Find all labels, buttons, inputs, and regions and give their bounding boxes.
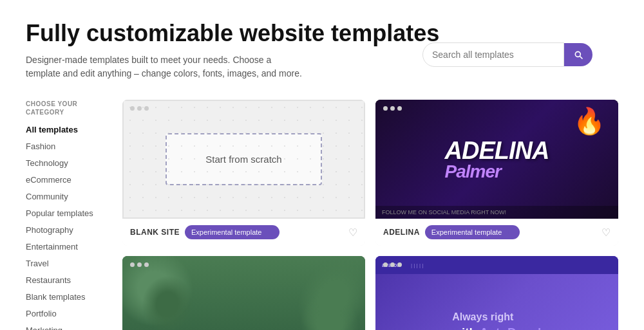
flame-decoration: 🔥	[573, 106, 605, 136]
dot-1	[130, 106, 135, 111]
sidebar-item-photography[interactable]: Photography	[26, 225, 103, 235]
adelina-name-bot: Palmer	[445, 163, 549, 181]
marcia-preview: Marcia Cocco	[122, 256, 365, 330]
adelina-name-top: ADELINA	[445, 138, 549, 163]
window-dots-autodose	[383, 262, 402, 267]
dot-a1	[383, 106, 388, 111]
sidebar-item-popular[interactable]: Popular templates	[26, 208, 103, 218]
dot-d2	[390, 262, 395, 267]
card-footer-blank: BLANK SITE Experimental template i ♡	[122, 219, 365, 246]
badge-label-adelina: Experimental template	[431, 228, 502, 236]
sidebar-item-technology[interactable]: Technology	[26, 158, 103, 168]
sidebar-link-travel[interactable]: Travel	[26, 259, 49, 268]
dot-d1	[383, 262, 388, 267]
sidebar-item-all[interactable]: All templates	[26, 124, 103, 134]
badge-label-blank: Experimental template	[191, 228, 261, 236]
sidebar-link-entertainment[interactable]: Entertainment	[26, 242, 78, 252]
blank-site-preview: Start from scratch	[122, 100, 365, 219]
sidebar-item-restaurants[interactable]: Restaurants	[26, 275, 103, 285]
templates-grid: Start from scratch BLANK SITE Experiment…	[122, 100, 618, 330]
sidebar-link-community[interactable]: Community	[26, 192, 68, 201]
experimental-badge-adelina[interactable]: Experimental template i	[425, 225, 520, 239]
page-subtitle: Designer-made templates built to meet yo…	[26, 53, 303, 80]
dot-m3	[144, 262, 149, 267]
autodose-text: Always right with AutoDose!	[442, 298, 551, 330]
badge-info-icon-blank: i	[264, 228, 273, 237]
sidebar-item-ecommerce[interactable]: eCommerce	[26, 174, 103, 185]
sidebar-item-blank[interactable]: Blank templates	[26, 291, 103, 302]
card-image-marcia[interactable]: Marcia Cocco	[122, 256, 365, 330]
sidebar-link-photography[interactable]: Photography	[26, 225, 73, 235]
window-dots-adelina	[383, 106, 402, 111]
favorite-button-adelina[interactable]: ♡	[601, 226, 611, 239]
sidebar-link-portfolio[interactable]: Portfolio	[26, 309, 57, 318]
dot-d3	[397, 262, 402, 267]
window-dots-marcia	[130, 262, 149, 267]
experimental-badge-blank[interactable]: Experimental template i	[185, 225, 279, 239]
dot-a2	[390, 106, 395, 111]
sidebar-link-technology[interactable]: Technology	[26, 158, 68, 168]
sidebar-link-ecommerce[interactable]: eCommerce	[26, 175, 71, 185]
adelina-preview: 🔥 ADELINA Palmer FOLLOW ME ON SOCIAL MED…	[375, 100, 618, 219]
sidebar-item-fashion[interactable]: Fashion	[26, 141, 103, 151]
search-input[interactable]	[422, 42, 564, 67]
favorite-button-blank[interactable]: ♡	[348, 226, 357, 239]
sidebar-link-marketing[interactable]: Marketing	[26, 325, 62, 330]
sidebar-link-blank[interactable]: Blank templates	[26, 292, 86, 302]
dot-m1	[130, 262, 135, 267]
search-icon	[573, 50, 583, 60]
search-bar	[422, 42, 592, 67]
sidebar-item-travel[interactable]: Travel	[26, 258, 103, 268]
card-footer-adelina: ADELINA Experimental template i ♡	[375, 219, 618, 246]
autodose-brand: AutoDose!	[480, 325, 542, 330]
sidebar-link-popular[interactable]: Popular templates	[26, 208, 93, 218]
autodose-preview: avaton | | | | | Always right with AutoD…	[375, 256, 618, 330]
sidebar-item-entertainment[interactable]: Entertainment	[26, 241, 103, 252]
autodose-line1: Always right	[452, 311, 542, 323]
sidebar-item-community[interactable]: Community	[26, 191, 103, 201]
window-dots	[130, 106, 149, 111]
nav-items: | | | | |	[411, 262, 423, 268]
card-name-blank: BLANK SITE	[130, 228, 180, 237]
card-name-adelina: ADELINA	[383, 228, 420, 237]
badge-info-icon-adelina: i	[504, 228, 513, 237]
adelina-social-text: FOLLOW ME ON SOCIAL MEDIA RIGHT NOW!	[382, 209, 506, 215]
grid-background	[124, 101, 364, 217]
category-list: All templates Fashion Technology eCommer…	[26, 124, 103, 330]
dot-a3	[397, 106, 402, 111]
card-image-adelina[interactable]: 🔥 ADELINA Palmer FOLLOW ME ON SOCIAL MED…	[375, 100, 618, 219]
template-card-autodose: avaton | | | | | Always right with AutoD…	[375, 256, 618, 330]
card-image-autodose[interactable]: avaton | | | | | Always right with AutoD…	[375, 256, 618, 330]
sidebar-item-marketing[interactable]: Marketing	[26, 325, 103, 330]
sidebar-link-restaurants[interactable]: Restaurants	[26, 275, 71, 285]
sidebar-item-portfolio[interactable]: Portfolio	[26, 308, 103, 318]
sidebar: CHOOSE YOUR CATEGORY All templates Fashi…	[26, 100, 103, 330]
template-card-blank: Start from scratch BLANK SITE Experiment…	[122, 100, 365, 246]
search-button[interactable]	[564, 43, 592, 66]
adelina-footer-bar: FOLLOW ME ON SOCIAL MEDIA RIGHT NOW!	[375, 206, 618, 219]
adelina-text: ADELINA Palmer	[432, 132, 562, 187]
card-image-blank[interactable]: Start from scratch	[122, 100, 365, 219]
category-heading: CHOOSE YOUR CATEGORY	[26, 100, 103, 116]
dot-3	[144, 106, 149, 111]
sidebar-link-fashion[interactable]: Fashion	[26, 142, 55, 151]
dot-2	[137, 106, 142, 111]
content-area: CHOOSE YOUR CATEGORY All templates Fashi…	[26, 100, 618, 330]
template-card-adelina: 🔥 ADELINA Palmer FOLLOW ME ON SOCIAL MED…	[375, 100, 618, 246]
dot-m2	[137, 262, 142, 267]
template-card-marcia: Marcia Cocco MARCIA COCCO ♡	[122, 256, 365, 330]
autodose-line2: with AutoDose!	[452, 325, 542, 330]
autodose-topbar: avaton | | | | |	[375, 256, 618, 274]
sidebar-link-all[interactable]: All templates	[26, 125, 78, 134]
